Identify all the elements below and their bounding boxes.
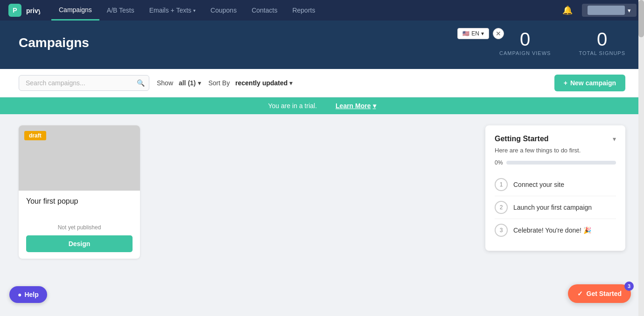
help-label: Help <box>24 291 38 298</box>
show-label: Show <box>157 79 173 87</box>
user-label <box>588 6 625 15</box>
user-menu-button[interactable]: ▾ <box>582 4 637 17</box>
card-body: Your first popup Not yet published Desig… <box>19 191 140 259</box>
trial-banner: You are in a trial. Learn More ▾ <box>0 97 644 114</box>
panel-chevron-icon[interactable]: ▾ <box>613 135 616 143</box>
lang-badge[interactable]: 🇺🇸 EN ▾ <box>457 28 489 39</box>
step-text-2: Launch your first campaign <box>513 204 592 211</box>
lang-flag: 🇺🇸 <box>462 30 469 37</box>
show-value: all (1) <box>179 79 196 87</box>
sort-prefix: Sort By <box>209 79 230 87</box>
scrollbar-thumb[interactable] <box>638 0 644 37</box>
lang-arrow-icon: ▾ <box>481 30 484 37</box>
step-item-3[interactable]: 3 Celebrate! You're done! 🎉 <box>495 219 616 241</box>
step-text-3: Celebrate! You're done! 🎉 <box>513 227 591 234</box>
page-title: Campaigns <box>19 35 89 50</box>
card-image-area: draft <box>19 125 140 191</box>
nav-emails-texts[interactable]: Emails + Texts ▾ <box>142 0 203 21</box>
toolbar: 🔍 Show all (1) ▾ Sort By recently update… <box>0 69 644 97</box>
help-icon: ● <box>18 291 21 298</box>
lang-close-button[interactable]: ✕ <box>493 28 504 39</box>
help-button[interactable]: ● Help <box>9 286 47 303</box>
getting-started-panel: Getting Started ▾ Here are a few things … <box>485 125 625 251</box>
step-item-2[interactable]: 2 Launch your first campaign <box>495 196 616 219</box>
learn-more-arrow-icon: ▾ <box>373 102 376 110</box>
progress-row: 0% <box>495 159 616 166</box>
sort-value: recently updated <box>235 79 287 87</box>
svg-text:privy: privy <box>26 7 40 14</box>
privy-logo[interactable]: P privy <box>7 3 40 18</box>
step-circle-3: 3 <box>495 224 508 237</box>
emails-texts-arrow: ▾ <box>193 8 196 13</box>
top-navigation: P privy Campaigns A/B Tests Emails + Tex… <box>0 0 644 21</box>
campaign-views-label: CAMPAIGN VIEWS <box>499 50 551 56</box>
notification-bell-button[interactable]: 🔔 <box>559 3 576 17</box>
learn-more-label: Learn More <box>336 102 371 110</box>
show-arrow-icon: ▾ <box>198 79 201 87</box>
campaign-card: draft Your first popup Not yet published… <box>19 125 140 259</box>
trial-message: You are in a trial. <box>268 102 317 110</box>
progress-bar-background <box>506 161 616 165</box>
header-title-block: Campaigns <box>19 35 89 50</box>
nav-links: Campaigns A/B Tests Emails + Texts ▾ Cou… <box>51 0 559 21</box>
nav-contacts[interactable]: Contacts <box>244 0 285 21</box>
lang-label: EN <box>471 30 479 37</box>
get-started-badge: 3 <box>624 282 634 291</box>
main-content: draft Your first popup Not yet published… <box>0 114 644 270</box>
panel-title: Getting Started <box>495 135 549 143</box>
step-item-1[interactable]: 1 Connect your site <box>495 173 616 196</box>
campaign-views-stat: 0 CAMPAIGN VIEWS <box>499 30 551 56</box>
get-started-check-icon: ✓ <box>577 290 583 297</box>
search-wrap: 🔍 <box>19 75 149 91</box>
nav-reports[interactable]: Reports <box>285 0 322 21</box>
new-campaign-label: New campaign <box>570 79 616 87</box>
svg-text:P: P <box>13 7 17 14</box>
sort-filter-button[interactable]: Sort By recently updated ▾ <box>209 79 293 87</box>
panel-subtitle: Here are a few things to do first. <box>495 147 616 154</box>
total-signups-count: 0 <box>579 30 625 48</box>
card-title: Your first popup <box>26 197 133 220</box>
total-signups-label: TOTAL SIGNUPS <box>579 50 625 56</box>
progress-label: 0% <box>495 159 503 166</box>
nav-right: 🔔 ▾ <box>559 3 637 17</box>
nav-coupons[interactable]: Coupons <box>203 0 244 21</box>
header-stats: 0 CAMPAIGN VIEWS 0 TOTAL SIGNUPS <box>499 30 625 56</box>
step-circle-2: 2 <box>495 201 508 214</box>
nav-campaigns[interactable]: Campaigns <box>51 0 99 21</box>
nav-ab-tests[interactable]: A/B Tests <box>99 0 142 21</box>
new-campaign-plus-icon: + <box>564 79 567 87</box>
design-button[interactable]: Design <box>26 235 133 252</box>
header-band: 🇺🇸 EN ▾ ✕ Campaigns 0 CAMPAIGN VIEWS 0 T… <box>0 21 644 69</box>
panel-header: Getting Started ▾ <box>495 135 616 143</box>
draft-badge: draft <box>24 131 46 140</box>
learn-more-button[interactable]: Learn More ▾ <box>336 102 376 110</box>
campaign-views-count: 0 <box>499 30 551 48</box>
step-text-1: Connect your site <box>513 181 564 188</box>
get-started-button[interactable]: ✓ Get Started 3 <box>568 284 631 303</box>
card-status: Not yet published <box>26 224 133 231</box>
step-circle-1: 1 <box>495 178 508 191</box>
get-started-label: Get Started <box>587 290 622 297</box>
scrollbar[interactable] <box>638 0 644 316</box>
close-icon: ✕ <box>496 30 501 37</box>
search-input[interactable] <box>19 75 149 91</box>
lang-badge-row: 🇺🇸 EN ▾ ✕ <box>457 28 504 39</box>
sort-arrow-icon: ▾ <box>289 79 293 87</box>
show-filter-button[interactable]: Show all (1) ▾ <box>157 79 201 87</box>
new-campaign-button[interactable]: + New campaign <box>554 75 625 91</box>
user-arrow-icon: ▾ <box>628 7 631 14</box>
total-signups-stat: 0 TOTAL SIGNUPS <box>579 30 625 56</box>
